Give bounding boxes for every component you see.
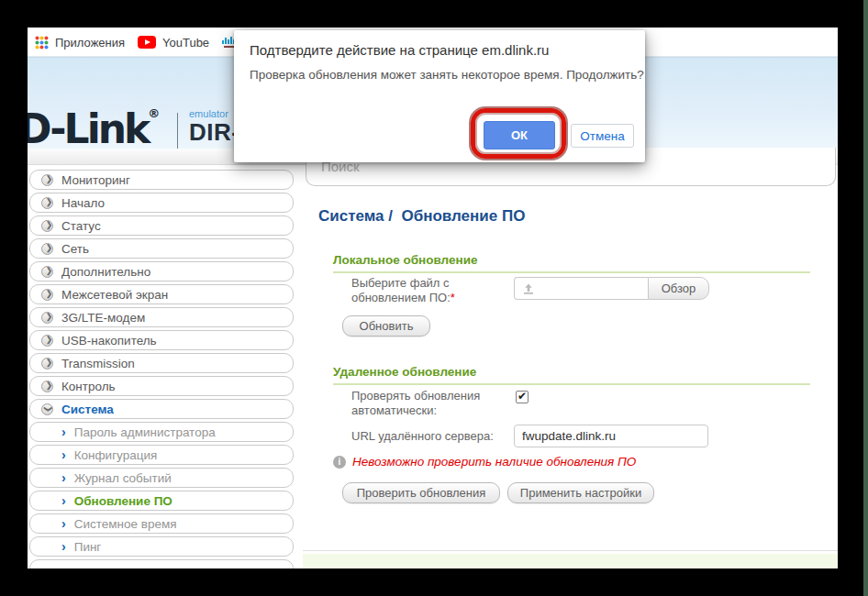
dlink-logo: D-Link® <box>28 105 160 152</box>
auto-check-label: Проверять обновления автоматически: <box>351 389 517 418</box>
annotation-highlight-circle <box>471 108 566 159</box>
update-button[interactable]: Обновить <box>342 315 430 337</box>
page-title: Система / Обновление ПО <box>318 207 525 226</box>
sidebar-item-transmission[interactable]: Transmission <box>29 353 294 373</box>
youtube-icon <box>138 36 156 49</box>
arrow-right-icon <box>61 473 66 482</box>
sidebar-item-advanced[interactable]: Дополнительно <box>29 261 294 281</box>
chevron-right-circle-icon <box>41 197 53 209</box>
chevron-right-circle-icon <box>41 312 53 324</box>
sidebar-item-usb-storage[interactable]: USB-накопитель <box>29 330 294 350</box>
sidebar-item-home[interactable]: Начало <box>29 193 294 213</box>
error-message: Невозможно проверить наличие обновления … <box>352 455 636 469</box>
file-label: Выберите файл с обновлением ПО:* <box>351 276 498 305</box>
bookmark-youtube-label: YouTube <box>162 36 209 50</box>
screenshot-edge-strip <box>863 0 868 596</box>
error-row: Невозможно проверить наличие обновления … <box>333 455 636 469</box>
sidebar-subitem-firmware-update[interactable]: Обновление ПО <box>29 491 294 511</box>
sidebar-subitem-system-time[interactable]: Системное время <box>29 513 294 534</box>
sidebar-subitem-configuration[interactable]: Конфигурация <box>29 445 294 465</box>
arrow-right-icon <box>61 427 66 436</box>
registered-mark: ® <box>148 106 160 120</box>
chevron-right-circle-icon <box>41 381 53 392</box>
chevron-right-circle-icon <box>41 358 53 370</box>
chevron-right-circle-icon <box>41 335 53 347</box>
dialog-title: Подтвердите действие на странице em.dlin… <box>250 42 549 58</box>
url-label: URL удалённого сервера: <box>351 429 526 444</box>
dialog-message: Проверка обновления может занять некотор… <box>250 68 644 82</box>
chevron-right-circle-icon <box>41 174 53 186</box>
bookmark-apps-label: Приложения <box>55 36 125 50</box>
sidebar-item-firewall[interactable]: Межсетевой экран <box>29 284 294 304</box>
sidebar-item-monitoring[interactable]: Мониторинг <box>29 170 294 190</box>
screenshot-stage: Приложения YouTube D-Link® Building Netw… <box>0 0 868 596</box>
confirm-dialog: Подтвердите действие на странице em.dlin… <box>234 30 645 162</box>
apps-grid-icon <box>35 36 49 50</box>
sidebar-subitem-ping[interactable]: Пинг <box>29 536 294 557</box>
arrow-right-icon <box>61 519 66 528</box>
router-model: DIR- <box>189 118 239 147</box>
upload-icon <box>522 282 535 295</box>
remote-update-heading: Удаленное обновление <box>333 365 810 385</box>
sidebar-item-3g-lte-modem[interactable]: 3G/LTE-модем <box>29 307 294 327</box>
local-update-heading: Локальное обновление <box>333 253 810 273</box>
sidebar-item-network[interactable]: Сеть <box>29 238 294 259</box>
chevron-down-circle-icon <box>41 403 53 415</box>
info-icon <box>333 456 346 469</box>
bookmark-youtube[interactable]: YouTube <box>138 28 209 57</box>
cancel-button[interactable]: Отмена <box>571 124 634 148</box>
browse-button[interactable]: Обзор <box>648 277 709 300</box>
server-url-input[interactable] <box>514 425 708 447</box>
auto-check-checkbox[interactable] <box>516 391 529 403</box>
sidebar-subitem-event-log[interactable]: Журнал событий <box>29 468 294 488</box>
sidebar-menu: Мониторинг Начало Статус Сеть Дополнител… <box>29 170 294 568</box>
chevron-right-circle-icon <box>41 243 53 255</box>
arrow-right-icon <box>61 450 66 459</box>
sidebar-item-system[interactable]: Система <box>29 399 294 419</box>
sidebar-item-control[interactable]: Контроль <box>29 376 294 396</box>
chevron-right-circle-icon <box>41 220 53 232</box>
chevron-right-circle-icon <box>41 289 53 301</box>
bookmark-apps[interactable]: Приложения <box>35 28 125 57</box>
footer-strip <box>303 554 838 568</box>
sidebar-subitem-admin-password[interactable]: Пароль администратора <box>29 422 294 442</box>
check-updates-button[interactable]: Проверить обновления <box>342 482 500 503</box>
sidebar-item-status[interactable]: Статус <box>29 215 294 236</box>
chevron-right-circle-icon <box>41 266 53 278</box>
arrow-right-icon <box>61 542 66 551</box>
firmware-file-input[interactable] <box>514 277 648 300</box>
firmware-file-control: Обзор <box>514 277 709 300</box>
required-mark: * <box>451 291 455 304</box>
footer-divider <box>303 550 838 551</box>
apply-settings-button[interactable]: Применить настройки <box>507 482 654 503</box>
sidebar-subitem-partial[interactable] <box>29 559 294 568</box>
arrow-right-icon <box>61 496 66 505</box>
